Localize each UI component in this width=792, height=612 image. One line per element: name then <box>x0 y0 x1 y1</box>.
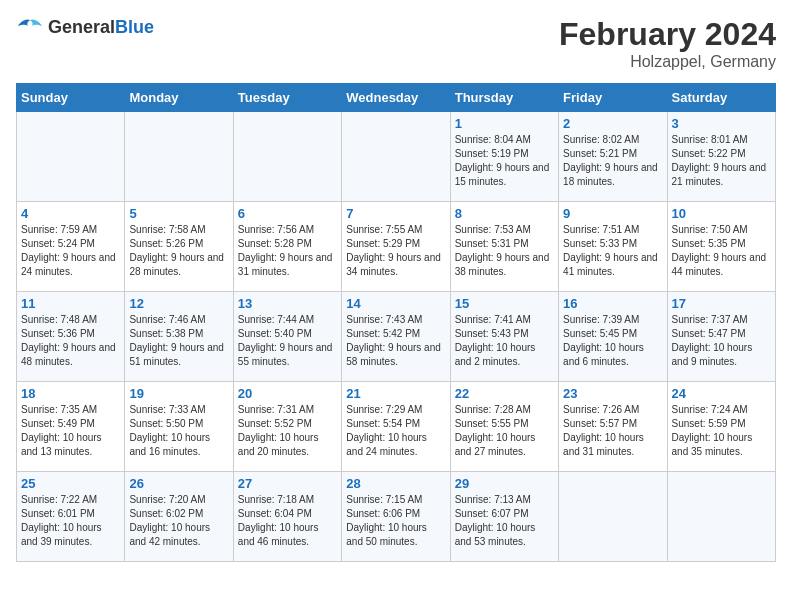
day-info: Sunrise: 7:33 AMSunset: 5:50 PMDaylight:… <box>129 403 228 459</box>
calendar-cell-2-3: 14Sunrise: 7:43 AMSunset: 5:42 PMDayligh… <box>342 292 450 382</box>
day-info: Sunrise: 7:41 AMSunset: 5:43 PMDaylight:… <box>455 313 554 369</box>
calendar-cell-0-3 <box>342 112 450 202</box>
weekday-header-monday: Monday <box>125 84 233 112</box>
calendar-cell-4-0: 25Sunrise: 7:22 AMSunset: 6:01 PMDayligh… <box>17 472 125 562</box>
calendar-cell-2-5: 16Sunrise: 7:39 AMSunset: 5:45 PMDayligh… <box>559 292 667 382</box>
day-number: 2 <box>563 116 662 131</box>
day-info: Sunrise: 7:48 AMSunset: 5:36 PMDaylight:… <box>21 313 120 369</box>
day-number: 10 <box>672 206 771 221</box>
day-number: 26 <box>129 476 228 491</box>
day-number: 27 <box>238 476 337 491</box>
calendar-cell-4-1: 26Sunrise: 7:20 AMSunset: 6:02 PMDayligh… <box>125 472 233 562</box>
day-info: Sunrise: 7:51 AMSunset: 5:33 PMDaylight:… <box>563 223 662 279</box>
calendar-cell-3-5: 23Sunrise: 7:26 AMSunset: 5:57 PMDayligh… <box>559 382 667 472</box>
day-number: 16 <box>563 296 662 311</box>
day-number: 13 <box>238 296 337 311</box>
weekday-header-row: SundayMondayTuesdayWednesdayThursdayFrid… <box>17 84 776 112</box>
calendar-cell-2-2: 13Sunrise: 7:44 AMSunset: 5:40 PMDayligh… <box>233 292 341 382</box>
calendar-cell-2-1: 12Sunrise: 7:46 AMSunset: 5:38 PMDayligh… <box>125 292 233 382</box>
calendar-cell-3-6: 24Sunrise: 7:24 AMSunset: 5:59 PMDayligh… <box>667 382 775 472</box>
day-number: 21 <box>346 386 445 401</box>
calendar-cell-4-5 <box>559 472 667 562</box>
day-number: 20 <box>238 386 337 401</box>
calendar-cell-4-6 <box>667 472 775 562</box>
calendar-table: SundayMondayTuesdayWednesdayThursdayFrid… <box>16 83 776 562</box>
day-number: 6 <box>238 206 337 221</box>
calendar-row-4: 25Sunrise: 7:22 AMSunset: 6:01 PMDayligh… <box>17 472 776 562</box>
calendar-row-2: 11Sunrise: 7:48 AMSunset: 5:36 PMDayligh… <box>17 292 776 382</box>
day-info: Sunrise: 7:59 AMSunset: 5:24 PMDaylight:… <box>21 223 120 279</box>
calendar-cell-1-5: 9Sunrise: 7:51 AMSunset: 5:33 PMDaylight… <box>559 202 667 292</box>
day-number: 23 <box>563 386 662 401</box>
logo-bird-icon <box>16 16 44 38</box>
weekday-header-sunday: Sunday <box>17 84 125 112</box>
day-number: 7 <box>346 206 445 221</box>
day-info: Sunrise: 7:13 AMSunset: 6:07 PMDaylight:… <box>455 493 554 549</box>
calendar-cell-1-4: 8Sunrise: 7:53 AMSunset: 5:31 PMDaylight… <box>450 202 558 292</box>
day-info: Sunrise: 7:15 AMSunset: 6:06 PMDaylight:… <box>346 493 445 549</box>
day-info: Sunrise: 7:28 AMSunset: 5:55 PMDaylight:… <box>455 403 554 459</box>
title-section: February 2024 Holzappel, Germany <box>559 16 776 71</box>
day-number: 22 <box>455 386 554 401</box>
day-number: 19 <box>129 386 228 401</box>
calendar-cell-4-4: 29Sunrise: 7:13 AMSunset: 6:07 PMDayligh… <box>450 472 558 562</box>
day-info: Sunrise: 7:46 AMSunset: 5:38 PMDaylight:… <box>129 313 228 369</box>
day-number: 5 <box>129 206 228 221</box>
calendar-cell-3-3: 21Sunrise: 7:29 AMSunset: 5:54 PMDayligh… <box>342 382 450 472</box>
calendar-cell-3-1: 19Sunrise: 7:33 AMSunset: 5:50 PMDayligh… <box>125 382 233 472</box>
calendar-title: February 2024 <box>559 16 776 53</box>
day-number: 28 <box>346 476 445 491</box>
calendar-cell-3-0: 18Sunrise: 7:35 AMSunset: 5:49 PMDayligh… <box>17 382 125 472</box>
calendar-cell-1-0: 4Sunrise: 7:59 AMSunset: 5:24 PMDaylight… <box>17 202 125 292</box>
calendar-row-1: 4Sunrise: 7:59 AMSunset: 5:24 PMDaylight… <box>17 202 776 292</box>
day-info: Sunrise: 7:50 AMSunset: 5:35 PMDaylight:… <box>672 223 771 279</box>
day-number: 12 <box>129 296 228 311</box>
day-info: Sunrise: 7:31 AMSunset: 5:52 PMDaylight:… <box>238 403 337 459</box>
weekday-header-friday: Friday <box>559 84 667 112</box>
day-number: 24 <box>672 386 771 401</box>
day-info: Sunrise: 7:18 AMSunset: 6:04 PMDaylight:… <box>238 493 337 549</box>
day-number: 18 <box>21 386 120 401</box>
day-number: 1 <box>455 116 554 131</box>
day-number: 4 <box>21 206 120 221</box>
calendar-cell-3-2: 20Sunrise: 7:31 AMSunset: 5:52 PMDayligh… <box>233 382 341 472</box>
day-number: 29 <box>455 476 554 491</box>
calendar-cell-2-4: 15Sunrise: 7:41 AMSunset: 5:43 PMDayligh… <box>450 292 558 382</box>
calendar-cell-1-2: 6Sunrise: 7:56 AMSunset: 5:28 PMDaylight… <box>233 202 341 292</box>
day-number: 9 <box>563 206 662 221</box>
day-info: Sunrise: 7:56 AMSunset: 5:28 PMDaylight:… <box>238 223 337 279</box>
calendar-cell-3-4: 22Sunrise: 7:28 AMSunset: 5:55 PMDayligh… <box>450 382 558 472</box>
day-info: Sunrise: 7:55 AMSunset: 5:29 PMDaylight:… <box>346 223 445 279</box>
logo-general: General <box>48 17 115 37</box>
calendar-cell-0-5: 2Sunrise: 8:02 AMSunset: 5:21 PMDaylight… <box>559 112 667 202</box>
day-number: 14 <box>346 296 445 311</box>
day-number: 15 <box>455 296 554 311</box>
weekday-header-tuesday: Tuesday <box>233 84 341 112</box>
day-number: 25 <box>21 476 120 491</box>
calendar-cell-0-1 <box>125 112 233 202</box>
calendar-cell-1-1: 5Sunrise: 7:58 AMSunset: 5:26 PMDaylight… <box>125 202 233 292</box>
day-number: 3 <box>672 116 771 131</box>
day-number: 11 <box>21 296 120 311</box>
calendar-subtitle: Holzappel, Germany <box>559 53 776 71</box>
day-info: Sunrise: 8:02 AMSunset: 5:21 PMDaylight:… <box>563 133 662 189</box>
day-number: 17 <box>672 296 771 311</box>
day-info: Sunrise: 7:43 AMSunset: 5:42 PMDaylight:… <box>346 313 445 369</box>
weekday-header-wednesday: Wednesday <box>342 84 450 112</box>
day-info: Sunrise: 7:37 AMSunset: 5:47 PMDaylight:… <box>672 313 771 369</box>
day-info: Sunrise: 7:24 AMSunset: 5:59 PMDaylight:… <box>672 403 771 459</box>
calendar-cell-4-3: 28Sunrise: 7:15 AMSunset: 6:06 PMDayligh… <box>342 472 450 562</box>
calendar-cell-0-0 <box>17 112 125 202</box>
weekday-header-saturday: Saturday <box>667 84 775 112</box>
calendar-row-0: 1Sunrise: 8:04 AMSunset: 5:19 PMDaylight… <box>17 112 776 202</box>
day-info: Sunrise: 7:22 AMSunset: 6:01 PMDaylight:… <box>21 493 120 549</box>
day-info: Sunrise: 7:53 AMSunset: 5:31 PMDaylight:… <box>455 223 554 279</box>
calendar-cell-2-6: 17Sunrise: 7:37 AMSunset: 5:47 PMDayligh… <box>667 292 775 382</box>
logo-blue: Blue <box>115 17 154 37</box>
day-info: Sunrise: 7:26 AMSunset: 5:57 PMDaylight:… <box>563 403 662 459</box>
logo-text: GeneralBlue <box>48 17 154 38</box>
calendar-cell-4-2: 27Sunrise: 7:18 AMSunset: 6:04 PMDayligh… <box>233 472 341 562</box>
calendar-cell-0-6: 3Sunrise: 8:01 AMSunset: 5:22 PMDaylight… <box>667 112 775 202</box>
header-section: GeneralBlue February 2024 Holzappel, Ger… <box>16 16 776 71</box>
calendar-cell-1-3: 7Sunrise: 7:55 AMSunset: 5:29 PMDaylight… <box>342 202 450 292</box>
